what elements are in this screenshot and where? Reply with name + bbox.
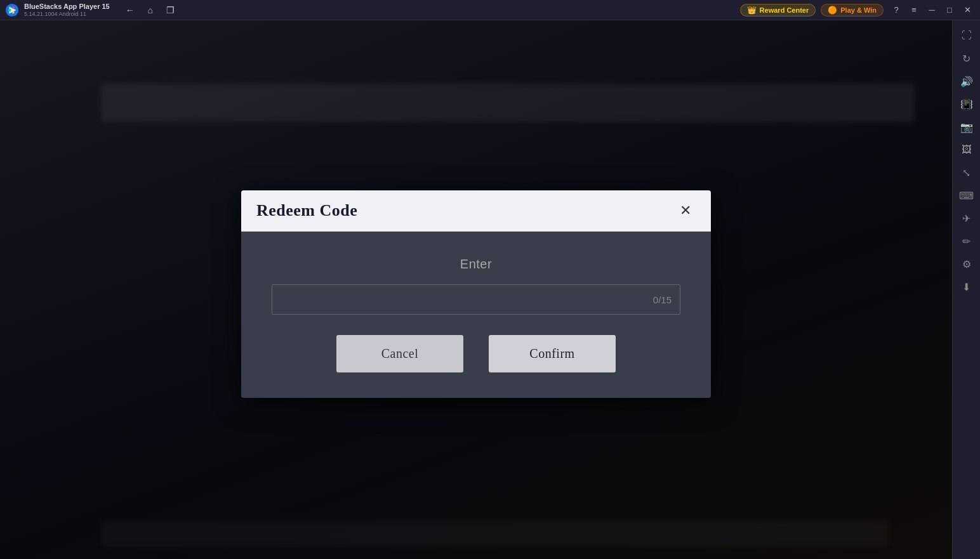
- volume-icon[interactable]: 🔊: [957, 71, 977, 91]
- cancel-button[interactable]: Cancel: [336, 335, 463, 372]
- right-sidebar: ⛶ ↻ 🔊 📳 📷 🖼 ⤡ ⌨ ✈ ✏ ⚙ ⬇: [952, 20, 980, 559]
- input-counter: 0/15: [653, 294, 672, 305]
- bluestacks-logo: [5, 3, 19, 17]
- nav-copy-button[interactable]: ❐: [163, 3, 178, 18]
- reward-center-label: Reward Center: [760, 6, 809, 14]
- screenshot-icon[interactable]: 🖼: [957, 140, 977, 160]
- svg-point-2: [8, 8, 11, 11]
- window-controls: ? ≡ ─ □ ✕: [889, 3, 975, 18]
- titlebar: BlueStacks App Player 15 5.14.21.1004 An…: [0, 0, 980, 20]
- app-name: BlueStacks App Player 15: [24, 3, 110, 11]
- apk-icon[interactable]: ⬇: [957, 277, 977, 297]
- svg-point-3: [12, 6, 15, 9]
- plane-icon[interactable]: ✈: [957, 208, 977, 228]
- rotate-icon[interactable]: ↻: [957, 48, 977, 69]
- nav-buttons: ← ⌂ ❐: [122, 3, 178, 18]
- reward-center-button[interactable]: 👑 Reward Center: [740, 4, 816, 16]
- fullscreen-icon[interactable]: ⛶: [957, 25, 977, 46]
- camera-icon[interactable]: 📷: [957, 117, 977, 137]
- shake-icon[interactable]: 📳: [957, 94, 977, 114]
- app-version: 5.14.21.1004 Android 11: [24, 11, 110, 18]
- maximize-button[interactable]: □: [942, 3, 957, 18]
- resize-icon[interactable]: ⤡: [957, 162, 977, 183]
- app-info: BlueStacks App Player 15 5.14.21.1004 An…: [24, 3, 110, 18]
- svg-point-4: [12, 11, 15, 13]
- play-win-label: Play & Win: [840, 6, 877, 14]
- main-content: Redeem Code ✕ Enter 0/15 Cancel Confirm: [0, 20, 952, 559]
- menu-button[interactable]: ≡: [906, 3, 922, 18]
- redeem-code-modal: Redeem Code ✕ Enter 0/15 Cancel Confirm: [241, 190, 711, 398]
- enter-label: Enter: [272, 257, 680, 272]
- code-input-wrapper: 0/15: [272, 284, 680, 315]
- play-win-button[interactable]: 🟠 Play & Win: [821, 4, 884, 16]
- modal-body: Enter 0/15 Cancel Confirm: [241, 232, 711, 398]
- close-button[interactable]: ✕: [960, 3, 975, 18]
- settings-icon[interactable]: ⚙: [957, 254, 977, 274]
- modal-footer: Cancel Confirm: [272, 335, 680, 378]
- modal-title: Redeem Code: [256, 201, 357, 220]
- nav-back-button[interactable]: ←: [122, 3, 138, 18]
- reward-icon: 👑: [747, 6, 757, 15]
- minimize-button[interactable]: ─: [924, 3, 939, 18]
- play-win-icon: 🟠: [828, 6, 837, 15]
- nav-home-button[interactable]: ⌂: [143, 3, 158, 18]
- code-input[interactable]: [272, 284, 680, 315]
- modal-close-button[interactable]: ✕: [675, 201, 696, 221]
- confirm-button[interactable]: Confirm: [489, 335, 616, 372]
- help-button[interactable]: ?: [889, 3, 904, 18]
- edit-icon[interactable]: ✏: [957, 231, 977, 251]
- modal-header: Redeem Code ✕: [241, 190, 711, 232]
- modal-container: Redeem Code ✕ Enter 0/15 Cancel Confirm: [241, 190, 711, 398]
- keyboard-icon[interactable]: ⌨: [957, 185, 977, 206]
